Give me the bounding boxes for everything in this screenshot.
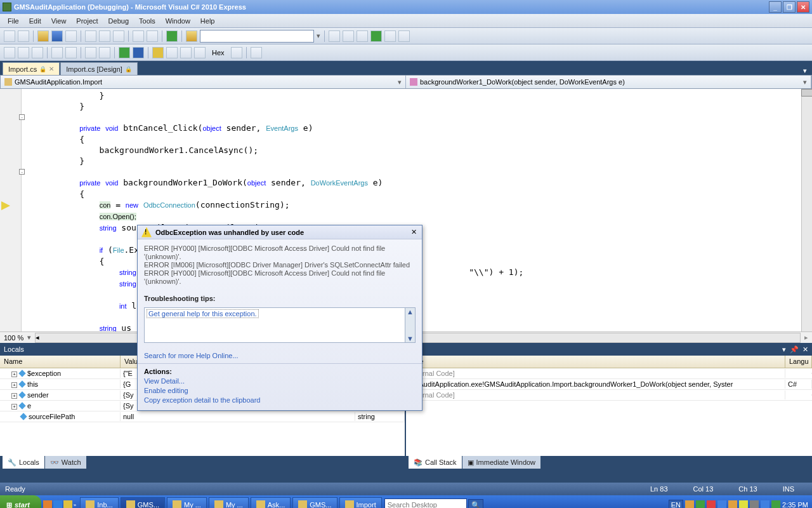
step-into-icon[interactable]	[166, 47, 178, 58]
desktop-search-input[interactable]	[384, 498, 467, 508]
hex-button[interactable]: Hex	[208, 49, 228, 57]
quicklaunch-icon[interactable]	[53, 500, 62, 508]
tray-icon[interactable]	[728, 500, 737, 508]
minimize-button[interactable]: _	[769, 1, 782, 13]
start-debug-icon[interactable]	[166, 30, 178, 42]
find-icon[interactable]	[186, 30, 197, 42]
dropdown-icon[interactable]: ▾	[782, 345, 786, 354]
tab-close-icon[interactable]: ✕	[49, 65, 54, 72]
tray-icon[interactable]	[717, 500, 726, 508]
tool-icon[interactable]	[357, 30, 368, 42]
tray-icon[interactable]	[685, 500, 694, 508]
menu-view[interactable]: View	[46, 15, 72, 27]
tab-overflow-icon[interactable]: ▾	[798, 67, 812, 75]
table-row[interactable]: External Code]	[406, 368, 812, 379]
table-row[interactable]: sourceFilePathnullstring	[0, 411, 405, 422]
menu-help[interactable]: Help	[195, 15, 220, 27]
start-button[interactable]: ⊞start	[0, 495, 41, 508]
table-row[interactable]: External Code]	[406, 390, 812, 401]
tool-icon[interactable]	[343, 30, 354, 42]
clock[interactable]: 2:35 PM	[782, 501, 808, 508]
continue-icon[interactable]	[119, 47, 130, 58]
popup-close-icon[interactable]: ✕	[409, 228, 418, 237]
tray-icon[interactable]	[739, 500, 748, 508]
table-row[interactable]: MSAuditApplication.exe!GMSAuditApplicati…	[406, 379, 812, 390]
tab-watch[interactable]: 👓Watch	[45, 456, 86, 469]
new-project-icon[interactable]	[4, 30, 15, 42]
step-over-icon[interactable]	[180, 47, 192, 58]
tab-immediate[interactable]: ▣Immediate Window	[462, 456, 541, 469]
tool-icon[interactable]	[370, 30, 382, 42]
menu-debug[interactable]: Debug	[103, 15, 134, 27]
language-indicator[interactable]: EN	[669, 500, 683, 508]
copy-exception-link[interactable]: Copy exception detail to the clipboard	[144, 396, 260, 404]
popup-header[interactable]: OdbcException was unhandled by user code…	[138, 225, 422, 239]
scrollbar[interactable]: ▲▼	[405, 308, 415, 342]
tool-icon[interactable]	[384, 30, 396, 42]
tool-icon[interactable]	[32, 47, 43, 58]
search-input[interactable]	[200, 30, 314, 43]
tab-import-cs[interactable]: Import.cs 🔒 ✕	[3, 62, 60, 75]
step-out-icon[interactable]	[194, 47, 206, 58]
tool-icon[interactable]	[18, 47, 29, 58]
indent-icon[interactable]	[65, 47, 77, 58]
redo-icon[interactable]	[147, 30, 158, 42]
col-name[interactable]: Name	[0, 356, 121, 368]
taskbar-item[interactable]: Import	[339, 497, 382, 508]
taskbar-item[interactable]: My ...	[167, 497, 207, 508]
zoom-level[interactable]: 100 %	[4, 334, 23, 342]
tool-icon[interactable]	[329, 30, 340, 42]
class-selector[interactable]: GMSAuditApplication.Import ▾	[1, 76, 406, 88]
stop-icon[interactable]	[133, 47, 144, 58]
cut-icon[interactable]	[85, 30, 96, 42]
tips-box[interactable]: Get general help for this exception. ▲▼	[144, 307, 416, 343]
pin-icon[interactable]: 📌	[790, 345, 799, 354]
menu-project[interactable]: Project	[71, 15, 103, 27]
tab-import-design[interactable]: Import.cs [Design] 🔒	[60, 62, 138, 75]
search-help-link[interactable]: Search for more Help Online...	[144, 352, 239, 359]
quicklaunch-icon[interactable]	[63, 500, 72, 508]
paste-icon[interactable]	[113, 30, 124, 42]
search-go-icon[interactable]: 🔍	[468, 499, 483, 509]
taskbar-item[interactable]: My ...	[209, 497, 249, 508]
tray-icon[interactable]	[761, 500, 769, 508]
open-icon[interactable]	[37, 30, 49, 42]
menu-file[interactable]: File	[3, 15, 24, 27]
undo-icon[interactable]	[133, 30, 144, 42]
tray-icon[interactable]	[707, 500, 716, 508]
tray-icon[interactable]	[771, 500, 780, 508]
callstack-grid[interactable]: External Code]MSAuditApplication.exe!GMS…	[406, 368, 812, 456]
quicklaunch-icon[interactable]	[43, 500, 52, 508]
menu-edit[interactable]: Edit	[24, 15, 46, 27]
add-item-icon[interactable]	[18, 30, 29, 42]
tab-callstack[interactable]: 📚Call Stack	[409, 456, 462, 469]
tray-icon[interactable]	[750, 500, 759, 508]
taskbar-item[interactable]: Ask...	[251, 497, 291, 508]
save-icon[interactable]	[51, 30, 63, 42]
taskbar-item[interactable]: Inb...	[80, 497, 118, 508]
member-selector[interactable]: backgroundWorker1_DoWork(object sender, …	[406, 76, 811, 88]
save-all-icon[interactable]	[65, 30, 77, 42]
tab-locals[interactable]: 🔧Locals	[3, 456, 44, 469]
menu-window[interactable]: Window	[160, 15, 195, 27]
editor-scrollbar[interactable]	[801, 89, 812, 331]
split-handle[interactable]	[801, 89, 812, 97]
tool-icon[interactable]	[251, 47, 262, 58]
taskbar-item[interactable]: GMS...	[121, 497, 165, 508]
tool-icon[interactable]	[398, 30, 410, 42]
tool-icon[interactable]	[231, 47, 242, 58]
close-button[interactable]: ✕	[797, 1, 809, 13]
fold-icon[interactable]: -	[19, 114, 25, 120]
menu-tools[interactable]: Tools	[134, 15, 160, 27]
col-lang[interactable]: Langu	[785, 356, 812, 368]
enable-editing-link[interactable]: Enable editing	[144, 387, 188, 394]
uncomment-icon[interactable]	[99, 47, 110, 58]
tool-icon[interactable]	[4, 47, 15, 58]
copy-icon[interactable]	[99, 30, 110, 42]
comment-icon[interactable]	[85, 47, 96, 58]
maximize-button[interactable]: ❐	[783, 1, 796, 13]
outdent-icon[interactable]	[51, 47, 63, 58]
close-icon[interactable]: ✕	[802, 345, 808, 354]
tray-icon[interactable]	[696, 500, 705, 508]
fold-icon[interactable]: -	[19, 169, 25, 175]
